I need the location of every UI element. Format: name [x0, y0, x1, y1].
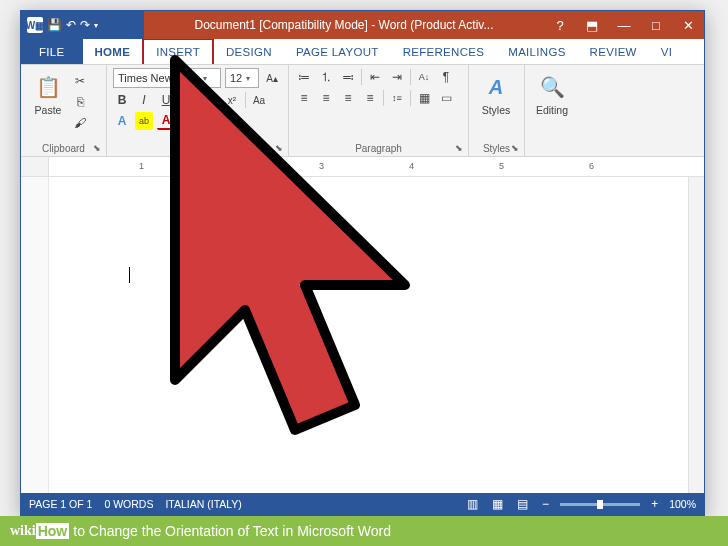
italic-button[interactable]: I — [135, 91, 153, 109]
word-window: W▦ 💾 ↶ ↷ ▾ Document1 [Compatibility Mode… — [20, 10, 705, 516]
paragraph-launcher[interactable]: ⬊ — [455, 143, 465, 153]
minimize-button[interactable]: — — [608, 11, 640, 39]
numbering-button[interactable]: ⒈ — [317, 68, 335, 86]
grow-font-button[interactable]: A▴ — [263, 69, 281, 87]
tab-references[interactable]: REFERENCES — [391, 39, 497, 64]
zoom-out-button[interactable]: − — [539, 497, 552, 511]
ruler-tick: 2 — [229, 161, 234, 171]
align-left-button[interactable]: ≡ — [295, 89, 313, 107]
group-clipboard: 📋 Paste ✂ ⎘ 🖌 Clipboard ⬊ — [21, 65, 107, 156]
divider — [361, 69, 362, 85]
styles-icon: A — [481, 72, 511, 102]
tab-mailings[interactable]: MAILINGS — [496, 39, 577, 64]
group-editing: 🔍 Editing — [525, 65, 585, 156]
increase-indent-button[interactable]: ⇥ — [388, 68, 406, 86]
find-icon: 🔍 — [537, 72, 567, 102]
status-language[interactable]: ITALIAN (ITALY) — [165, 498, 241, 510]
divider — [245, 92, 246, 108]
strike-button[interactable]: abc — [179, 91, 197, 109]
ruler-tick: 4 — [409, 161, 414, 171]
ruler-corner — [21, 157, 49, 176]
justify-button[interactable]: ≡ — [361, 89, 379, 107]
tab-review[interactable]: REVIEW — [578, 39, 649, 64]
redo-button[interactable]: ↷ — [80, 18, 90, 32]
wikihow-logo-how: How — [36, 523, 70, 539]
styles-button[interactable]: A Styles — [475, 68, 517, 116]
ribbon-tabs: FILE HOME INSERT DESIGN PAGE LAYOUT REFE… — [21, 39, 704, 65]
align-center-button[interactable]: ≡ — [317, 89, 335, 107]
group-font: Times New Rom▾ 12▾ A▴ B I U abc x₂ x² Aa… — [107, 65, 289, 156]
ruler-vertical[interactable] — [21, 177, 49, 493]
status-words[interactable]: 0 WORDS — [104, 498, 153, 510]
editing-btn-label: Editing — [536, 104, 568, 116]
ribbon: 📋 Paste ✂ ⎘ 🖌 Clipboard ⬊ Times New Rom▾… — [21, 65, 704, 157]
bullets-button[interactable]: ≔ — [295, 68, 313, 86]
caption-text: to Change the Orientation of Text in Mic… — [73, 523, 391, 539]
ruler-ticks: 1 2 3 4 5 6 — [49, 157, 704, 176]
print-layout-button[interactable]: ▦ — [489, 497, 506, 511]
underline-button[interactable]: U — [157, 91, 175, 109]
read-mode-button[interactable]: ▥ — [464, 497, 481, 511]
highlight-button[interactable]: ab — [135, 112, 153, 130]
close-button[interactable]: ✕ — [672, 11, 704, 39]
bold-button[interactable]: B — [113, 91, 131, 109]
zoom-slider[interactable] — [560, 503, 640, 506]
tab-insert[interactable]: INSERT — [142, 38, 214, 64]
ruler-tick: 3 — [319, 161, 324, 171]
cut-button[interactable]: ✂ — [71, 72, 89, 90]
superscript-button[interactable]: x² — [223, 91, 241, 109]
subscript-button[interactable]: x₂ — [201, 91, 219, 109]
window-title: Document1 [Compatibility Mode] - Word (P… — [144, 18, 544, 32]
font-launcher[interactable]: ⬊ — [275, 143, 285, 153]
shading-button[interactable]: ▦ — [415, 89, 433, 107]
multilevel-button[interactable]: ≕ — [339, 68, 357, 86]
styles-launcher[interactable]: ⬊ — [511, 143, 521, 153]
save-button[interactable]: 💾 — [47, 18, 62, 32]
qat-more-button[interactable]: ▾ — [94, 21, 98, 30]
word-app-icon[interactable]: W▦ — [27, 17, 43, 33]
help-button[interactable]: ? — [544, 11, 576, 39]
group-styles: A Styles Styles ⬊ — [469, 65, 525, 156]
ruler-horizontal[interactable]: 1 2 3 4 5 6 — [21, 157, 704, 177]
group-paragraph: ≔ ⒈ ≕ ⇤ ⇥ A↓ ¶ ≡ ≡ ≡ ≡ ↕≡ ▦ ▭ Par — [289, 65, 469, 156]
text-cursor — [129, 267, 130, 283]
zoom-thumb[interactable] — [597, 500, 603, 509]
font-name-combo[interactable]: Times New Rom▾ — [113, 68, 221, 88]
font-color-button[interactable]: A — [157, 112, 175, 130]
tab-home[interactable]: HOME — [83, 39, 143, 64]
case-button[interactable]: Aa — [250, 91, 268, 109]
status-page[interactable]: PAGE 1 OF 1 — [29, 498, 92, 510]
document-page[interactable] — [49, 177, 688, 493]
sort-button[interactable]: A↓ — [415, 68, 433, 86]
text-effects-button[interactable]: A — [113, 112, 131, 130]
zoom-in-button[interactable]: + — [648, 497, 661, 511]
decrease-indent-button[interactable]: ⇤ — [366, 68, 384, 86]
divider — [383, 90, 384, 106]
borders-button[interactable]: ▭ — [437, 89, 455, 107]
clipboard-launcher[interactable]: ⬊ — [93, 143, 103, 153]
zoom-level[interactable]: 100% — [669, 498, 696, 510]
font-size-combo[interactable]: 12▾ — [225, 68, 259, 88]
tab-view[interactable]: VI — [649, 39, 684, 64]
undo-button[interactable]: ↶ — [66, 18, 76, 32]
ribbon-display-button[interactable]: ⬒ — [576, 11, 608, 39]
tab-file[interactable]: FILE — [21, 39, 83, 64]
title-bar: W▦ 💾 ↶ ↷ ▾ Document1 [Compatibility Mode… — [21, 11, 704, 39]
line-spacing-button[interactable]: ↕≡ — [388, 89, 406, 107]
editing-button[interactable]: 🔍 Editing — [531, 68, 573, 116]
maximize-button[interactable]: □ — [640, 11, 672, 39]
window-controls: ? ⬒ — □ ✕ — [544, 11, 704, 39]
ruler-tick: 6 — [589, 161, 594, 171]
paste-button[interactable]: 📋 Paste — [27, 68, 69, 132]
show-hide-button[interactable]: ¶ — [437, 68, 455, 86]
web-layout-button[interactable]: ▤ — [514, 497, 531, 511]
tab-page-layout[interactable]: PAGE LAYOUT — [284, 39, 391, 64]
scrollbar-vertical[interactable] — [688, 177, 704, 493]
wikihow-caption: wikiHow to Change the Orientation of Tex… — [0, 516, 728, 546]
format-painter-button[interactable]: 🖌 — [71, 114, 89, 132]
paste-label: Paste — [35, 104, 62, 116]
tab-design[interactable]: DESIGN — [214, 39, 284, 64]
copy-button[interactable]: ⎘ — [71, 93, 89, 111]
status-bar: PAGE 1 OF 1 0 WORDS ITALIAN (ITALY) ▥ ▦ … — [21, 493, 704, 515]
align-right-button[interactable]: ≡ — [339, 89, 357, 107]
